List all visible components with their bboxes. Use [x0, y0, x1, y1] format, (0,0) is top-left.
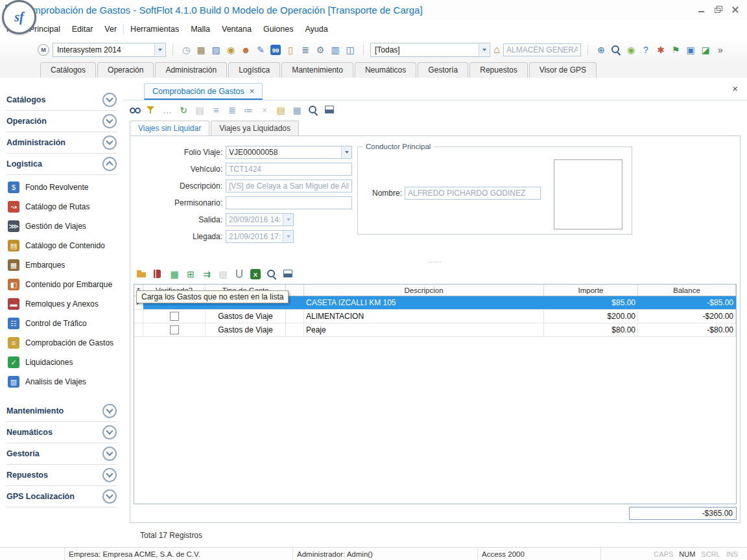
- checkbox[interactable]: [170, 325, 179, 334]
- menu-item[interactable]: Ver: [104, 25, 117, 34]
- vehiculo-input[interactable]: [226, 163, 352, 176]
- attach-icon[interactable]: [233, 268, 246, 281]
- users-icon[interactable]: ☻: [239, 43, 252, 56]
- sidebar-item-gestion-viajes[interactable]: ⋙ Gestión de Viajes: [0, 216, 123, 236]
- menu-item[interactable]: Guiones: [263, 25, 294, 34]
- memo-icon[interactable]: ▤: [274, 104, 287, 117]
- menu-item[interactable]: Editar: [72, 25, 93, 34]
- preview-icon[interactable]: [265, 268, 278, 281]
- edit-table-icon[interactable]: ▦: [168, 268, 181, 281]
- clear-icon[interactable]: ×: [258, 104, 271, 117]
- find-icon[interactable]: [128, 104, 141, 117]
- descripcion-header[interactable]: Descripcion: [304, 285, 544, 296]
- gear-icon[interactable]: ⚙: [314, 43, 327, 56]
- document-tab[interactable]: Comprobación de Gastos ×: [144, 83, 263, 100]
- section-toggle-icon[interactable]: [102, 489, 117, 504]
- salida-combo[interactable]: [226, 213, 294, 226]
- clipboard-icon[interactable]: ▤: [217, 268, 230, 281]
- module-tab[interactable]: Catálogos: [40, 62, 96, 78]
- sidebar-section[interactable]: Repuestos: [6, 465, 117, 486]
- sidebar-section[interactable]: Gestoría: [6, 443, 117, 465]
- columns-icon[interactable]: ▥: [329, 43, 342, 56]
- table-row[interactable]: Gastos de Viaje Peaje $80.00 -$80.00: [134, 323, 736, 337]
- bug-icon[interactable]: ✱: [654, 43, 667, 56]
- tab-close-icon[interactable]: ×: [250, 86, 255, 96]
- module-tab[interactable]: Logística: [228, 62, 280, 78]
- sidebar-item-catalogo-contenido[interactable]: ▤ Catálogo de Contenido: [0, 236, 123, 255]
- list-icon[interactable]: ≣: [299, 43, 312, 56]
- layout-icon[interactable]: ◫: [344, 43, 357, 56]
- disc-icon[interactable]: ◉: [224, 43, 237, 56]
- balance-header[interactable]: Balance: [638, 285, 736, 296]
- folio-viaje-combo[interactable]: [226, 146, 352, 159]
- sidebar-item-remolques-anexos[interactable]: ▬ Remolques y Anexos: [0, 294, 123, 314]
- pane-close-icon[interactable]: ×: [732, 83, 738, 94]
- sidebar-item-contenido-por-embarque[interactable]: ◧ Contenido por Embarque: [0, 275, 123, 294]
- permisonario-input[interactable]: [226, 196, 352, 209]
- load-gastos-icon[interactable]: [136, 268, 148, 281]
- chevron-down-icon[interactable]: [283, 214, 293, 226]
- search-doc-icon[interactable]: [610, 43, 622, 56]
- flag-icon[interactable]: ⚑: [669, 43, 682, 56]
- sidebar-item-comprobacion-gastos[interactable]: ≡ Comprobación de Gastos: [0, 333, 123, 353]
- almacen-input[interactable]: [503, 43, 581, 56]
- sidebar-item-embarques[interactable]: ▦ Embarques: [0, 255, 123, 275]
- globe-icon[interactable]: ⊕: [595, 43, 608, 56]
- chart-icon[interactable]: ◪: [699, 43, 712, 56]
- paste-icon[interactable]: ▤: [193, 104, 206, 117]
- camera-icon[interactable]: ◉: [624, 43, 637, 56]
- chevron-down-icon[interactable]: [479, 44, 489, 56]
- llegada-combo[interactable]: [226, 230, 294, 243]
- ledger-icon[interactable]: [152, 268, 165, 281]
- sidebar-item-catalogo-rutas[interactable]: ↝ Catálogo de Rutas: [0, 197, 123, 216]
- section-toggle-icon[interactable]: [102, 447, 117, 461]
- monitor-icon[interactable]: ▣: [684, 43, 697, 56]
- sidebar-item-analisis-viajes[interactable]: ▥ Analisis de Viajes: [0, 372, 123, 391]
- module-tab[interactable]: Neumáticos: [355, 62, 416, 78]
- section-toggle-icon[interactable]: [102, 135, 117, 150]
- filter-icon[interactable]: [145, 104, 158, 117]
- export-rows-icon[interactable]: ⇉: [200, 268, 213, 281]
- module-tab[interactable]: Repuestos: [469, 62, 527, 78]
- refresh-icon[interactable]: ↻: [177, 104, 190, 117]
- filter-combo[interactable]: [Todas]: [370, 43, 490, 57]
- group-panel-icon[interactable]: ≡: [209, 104, 222, 117]
- sidebar-item-control-trafico[interactable]: ☷ Control de Tráfico: [0, 314, 123, 333]
- help-icon[interactable]: ?: [639, 43, 652, 56]
- company-combo[interactable]: Interasystem 2014: [53, 43, 166, 57]
- preview-icon[interactable]: [307, 104, 320, 117]
- descripcion-input[interactable]: [226, 180, 352, 192]
- menu-item[interactable]: Malla: [191, 25, 210, 34]
- export-text-icon[interactable]: ▦: [290, 104, 303, 117]
- sidebar-item-fondo-revolvente[interactable]: $ Fondo Revolvente: [0, 178, 123, 197]
- minimize-icon[interactable]: [698, 6, 706, 14]
- section-toggle-icon[interactable]: [102, 404, 117, 418]
- section-toggle-icon[interactable]: [102, 468, 117, 482]
- tab-viajes-sin-liquidar[interactable]: Viajes sin Liquidar: [130, 121, 209, 135]
- collapse-rows-icon[interactable]: ≔: [242, 104, 255, 117]
- module-tab[interactable]: Gestoría: [418, 62, 468, 78]
- history-icon[interactable]: ◷: [180, 43, 193, 56]
- edit-doc-icon[interactable]: ✎: [254, 43, 267, 56]
- sidebar-item-liquidaciones[interactable]: ✓ Liquidaciones: [0, 353, 123, 372]
- building-icon[interactable]: ▦: [195, 43, 208, 56]
- section-toggle-icon[interactable]: [102, 157, 117, 171]
- verificado-cell[interactable]: [143, 310, 206, 323]
- nombre-input[interactable]: [405, 187, 541, 200]
- sidebar-section[interactable]: Administración: [6, 132, 117, 154]
- module-tab[interactable]: Visor de GPS: [529, 62, 597, 78]
- batch-99-icon[interactable]: 99: [270, 45, 281, 55]
- sidebar-section[interactable]: GPS Localización: [6, 486, 117, 508]
- excel-icon[interactable]: X: [250, 269, 261, 279]
- sidebar-section[interactable]: Catálogos: [6, 89, 117, 111]
- module-tab[interactable]: Operación: [97, 62, 154, 78]
- section-toggle-icon[interactable]: [102, 425, 117, 439]
- new-table-icon[interactable]: ⊞: [184, 268, 197, 281]
- overflow-icon[interactable]: »: [714, 43, 727, 56]
- section-toggle-icon[interactable]: [102, 93, 117, 107]
- sidebar-section[interactable]: Operación: [6, 111, 117, 132]
- expand-rows-icon[interactable]: ≣: [226, 104, 239, 117]
- close-icon[interactable]: [731, 6, 739, 14]
- options-icon[interactable]: …: [161, 104, 174, 117]
- module-tab[interactable]: Administración: [155, 62, 227, 78]
